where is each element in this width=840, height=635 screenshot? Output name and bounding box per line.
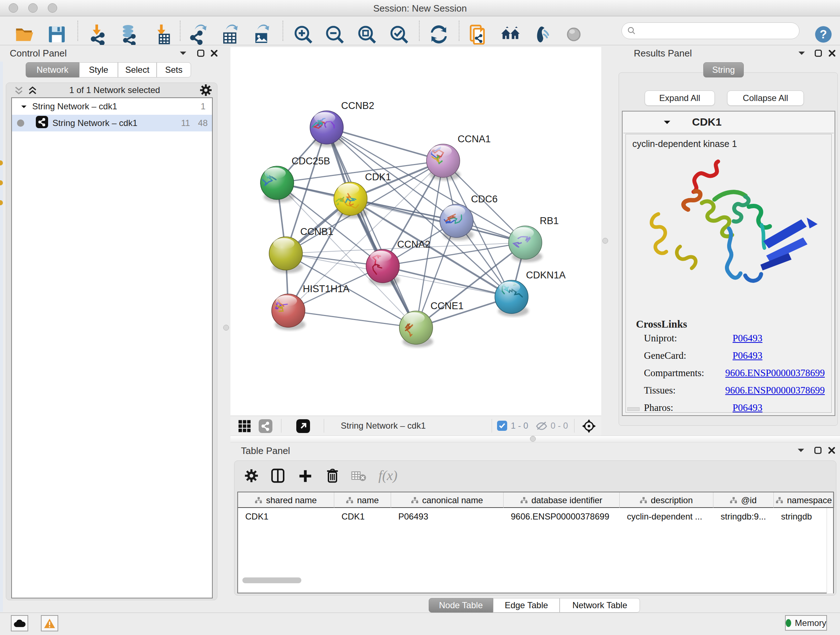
open-panels-icon[interactable] (466, 22, 491, 47)
node-CCNE1[interactable]: CCNE1 (399, 301, 464, 347)
tab-string[interactable]: String (703, 62, 744, 78)
crosslink-link[interactable]: 9606.ENSP00000378699 (725, 367, 825, 379)
zoom-selected-icon[interactable] (386, 22, 412, 47)
zoom-out-icon[interactable] (322, 22, 347, 47)
left-splitter-handle[interactable] (223, 325, 229, 331)
gene-section-header[interactable]: CDK1 (623, 112, 834, 133)
crosslink-link[interactable]: P06493 (733, 402, 763, 413)
export-table-icon[interactable] (218, 22, 243, 47)
panel-collapse-icon[interactable] (797, 448, 805, 455)
network-options-gear-icon[interactable] (200, 84, 212, 98)
zoom-in-icon[interactable] (291, 22, 316, 47)
search-field[interactable] (622, 22, 799, 39)
table-cell[interactable]: stringdb:9... (714, 508, 774, 525)
right-splitter-handle[interactable] (602, 238, 608, 244)
import-network-file-icon[interactable] (85, 22, 111, 47)
node-RB1[interactable]: RB1 (508, 215, 559, 262)
node-CDKN1A[interactable]: CDKN1A (495, 270, 566, 317)
tab-sets[interactable]: Sets (156, 62, 191, 78)
column-header-description[interactable]: description (620, 492, 714, 508)
table-cell[interactable]: cyclin-dependent ... (620, 508, 714, 525)
selected-checkbox-icon[interactable] (497, 421, 507, 432)
import-network-database-icon[interactable] (115, 22, 141, 47)
cloud-icon (13, 619, 26, 628)
help-icon[interactable]: ? (811, 22, 836, 47)
string-overlay-icon[interactable] (259, 419, 272, 434)
import-table-icon[interactable] (149, 22, 174, 47)
results-hscrollbar[interactable] (627, 407, 639, 411)
tab-network[interactable]: Network (26, 62, 79, 78)
column-header-shared-name[interactable]: shared name (238, 492, 334, 508)
toggle-graphics-details-icon[interactable] (529, 22, 554, 47)
string-network-graph[interactable]: CCNB2CCNA1CDC25BCDK1CDC6RB1CCNB1CCNA2CDK… (231, 47, 601, 416)
table-cell[interactable]: CDK1 (238, 508, 334, 525)
crosslink-link[interactable]: 9606.ENSP00000378699 (725, 385, 825, 396)
crosslink-link[interactable]: P06493 (733, 350, 763, 361)
warning-button[interactable] (41, 615, 58, 631)
tab-node-table[interactable]: Node Table (429, 598, 493, 613)
expand-all-button[interactable]: Expand All (645, 90, 715, 106)
table-hscrollbar[interactable] (242, 578, 302, 583)
table-cell[interactable]: CDK1 (334, 508, 391, 525)
node-CDK1[interactable]: CDK1 (334, 172, 391, 218)
panel-close-icon[interactable] (827, 446, 836, 456)
expand-all-networks-icon[interactable] (28, 86, 37, 97)
column-header-canonical-name[interactable]: canonical name (391, 492, 504, 508)
network-row[interactable]: String Network – cdk1 11 48 (12, 115, 212, 131)
table-cell[interactable]: 9606.ENSP00000378699 (504, 508, 620, 525)
edge-CCNB2-CCNE1[interactable] (327, 127, 416, 328)
panel-collapse-icon[interactable] (179, 50, 187, 57)
network-canvas[interactable]: CCNB2CCNA1CDC25BCDK1CDC6RB1CCNB1CCNA2CDK… (231, 47, 601, 416)
column-header-name[interactable]: name (334, 492, 391, 508)
delete-column-icon[interactable] (325, 468, 339, 485)
column-header-@id[interactable]: @id (714, 492, 774, 508)
panel-close-icon[interactable] (828, 49, 836, 59)
gene-section: CDK1 cyclin-dependent kinase 1 (622, 111, 835, 416)
panel-float-icon[interactable] (813, 446, 822, 456)
panel-close-icon[interactable] (210, 49, 218, 59)
cloud-button[interactable] (11, 615, 28, 631)
table-cell[interactable]: P06493 (391, 508, 504, 525)
collapse-all-button[interactable]: Collapse All (727, 90, 804, 106)
tab-select[interactable]: Select (118, 62, 156, 78)
panel-collapse-icon[interactable] (798, 50, 806, 57)
crosslink-row: Pharos:P06493 (644, 402, 825, 413)
network-selection-status: 1 of 1 Network selected (46, 85, 183, 95)
table-gear-icon[interactable] (245, 469, 258, 484)
search-input[interactable] (636, 26, 788, 36)
collapse-all-networks-icon[interactable] (14, 86, 24, 97)
open-session-icon[interactable] (12, 22, 37, 47)
tree-expand-icon[interactable] (21, 101, 27, 111)
tab-style[interactable]: Style (79, 62, 118, 78)
show-columns-icon[interactable] (271, 468, 285, 485)
export-network-icon[interactable] (186, 22, 211, 47)
network-collection-row[interactable]: String Network – cdk1 1 (12, 98, 212, 115)
birds-eye-view-icon[interactable] (238, 419, 251, 434)
section-collapse-icon[interactable] (663, 119, 671, 127)
table-cell[interactable]: stringdb (774, 508, 835, 525)
column-header-namespace[interactable]: namespace (774, 492, 835, 508)
crosslink-link[interactable]: P06493 (733, 333, 763, 344)
refresh-icon[interactable] (426, 22, 452, 47)
zoom-fit-icon[interactable] (354, 22, 379, 47)
show-all-networks-icon[interactable] (498, 22, 523, 47)
panel-float-icon[interactable] (814, 49, 823, 59)
node-CCNB2[interactable]: CCNB2 (310, 100, 374, 147)
add-column-icon[interactable] (298, 469, 313, 485)
column-header-database-identifier[interactable]: database identifier (504, 492, 620, 508)
table-vscrollbar[interactable] (827, 508, 833, 593)
node-CCNA1[interactable]: CCNA1 (426, 134, 491, 180)
horizontal-splitter-handle[interactable] (530, 436, 536, 442)
memory-button[interactable]: Memory (785, 615, 827, 631)
save-session-icon[interactable] (44, 22, 69, 47)
edge-HIST1H1A-CCNE1[interactable] (288, 310, 416, 328)
tab-edge-table[interactable]: Edge Table (493, 598, 560, 613)
node-HIST1H1A[interactable]: HIST1H1A (269, 283, 349, 330)
panel-float-icon[interactable] (196, 49, 205, 59)
open-in-window-icon[interactable] (296, 419, 310, 434)
table-row[interactable]: CDK1CDK1P064939606.ENSP00000378699cyclin… (238, 508, 833, 525)
tab-network-table[interactable]: Network Table (560, 598, 640, 613)
node-CCNB1[interactable]: CCNB1 (269, 226, 333, 273)
export-image-icon[interactable] (249, 22, 275, 47)
center-view-icon[interactable] (581, 418, 597, 435)
